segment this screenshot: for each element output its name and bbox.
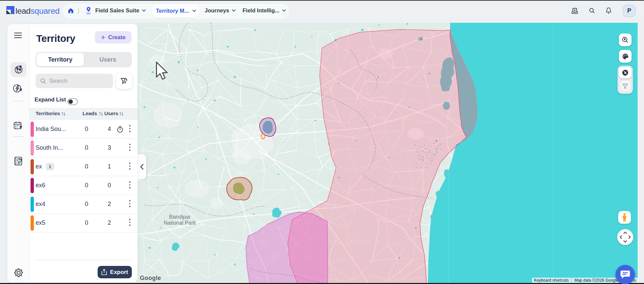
svg-text:Bandipur: Bandipur xyxy=(169,214,191,220)
svg-text:National Park: National Park xyxy=(164,220,196,226)
